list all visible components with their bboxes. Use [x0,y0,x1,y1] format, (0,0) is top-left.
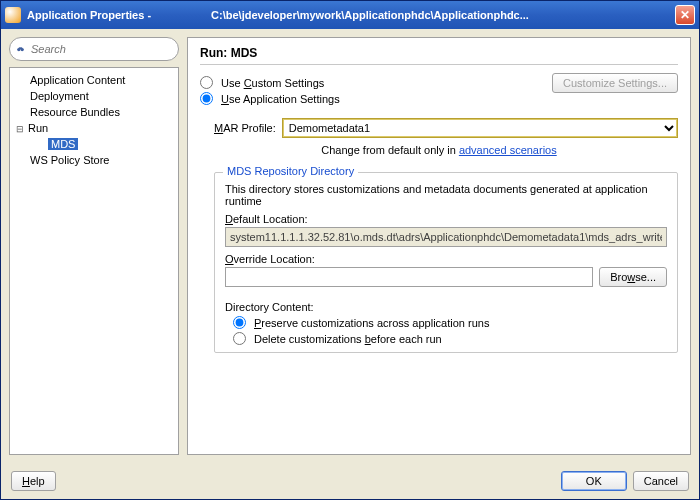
radio-use-custom[interactable]: Use Custom Settings [200,76,340,89]
dialog-body: Application Content Deployment Resource … [1,29,699,463]
dialog-window: Application Properties - C:\be\jdevelope… [0,0,700,500]
mar-profile-select[interactable]: Demometadata1 [282,118,678,138]
mar-profile-label: MAR Profile: [214,122,276,134]
page-title: Run: MDS [200,46,678,65]
tree-item-mds[interactable]: MDS [12,136,176,152]
radio-delete-input[interactable] [233,332,246,345]
customize-settings-button: Customize Settings... [552,73,678,93]
mar-hint-text: Change from default only in [321,144,459,156]
settings-radio-group: Use Custom Settings Use Application Sett… [200,73,340,108]
override-row: Browse... [225,267,667,287]
default-location-field [225,227,667,247]
svg-rect-2 [19,47,22,49]
radio-preserve-input[interactable] [233,316,246,329]
search-field[interactable] [9,37,179,61]
mar-hint: Change from default only in advanced sce… [200,144,678,156]
mds-repo-group: MDS Repository Directory This directory … [214,172,678,353]
titlebar: Application Properties - C:\be\jdevelope… [1,1,699,29]
mds-repo-desc: This directory stores customizations and… [225,183,667,207]
radio-use-custom-label: Use Custom Settings [221,77,324,89]
radio-preserve[interactable]: Preserve customizations across applicati… [233,316,667,329]
mar-profile-row: MAR Profile: Demometadata1 [214,118,678,138]
dialog-footer: Help OK Cancel [1,463,699,499]
override-location-field[interactable] [225,267,593,287]
browse-button[interactable]: Browse... [599,267,667,287]
override-location-label: Override Location: [225,253,667,265]
binoculars-icon [16,42,25,56]
radio-use-application[interactable]: Use Application Settings [200,92,340,105]
cancel-button[interactable]: Cancel [633,471,689,491]
radio-use-custom-input[interactable] [200,76,213,89]
window-title: Application Properties - [27,9,151,21]
sidebar: Application Content Deployment Resource … [9,37,179,455]
tree-item-application-content[interactable]: Application Content [12,72,176,88]
nav-tree: Application Content Deployment Resource … [9,67,179,455]
advanced-scenarios-link[interactable]: advanced scenarios [459,144,557,156]
radio-use-application-label: Use Application Settings [221,93,340,105]
tree-item-run[interactable]: Run [12,120,176,136]
directory-content-label: Directory Content: [225,301,667,313]
tree-item-ws-policy-store[interactable]: WS Policy Store [12,152,176,168]
settings-top-row: Use Custom Settings Use Application Sett… [200,73,678,108]
main-panel: Run: MDS Use Custom Settings Use Applica… [187,37,691,455]
ok-button[interactable]: OK [561,471,627,491]
tree-item-resource-bundles[interactable]: Resource Bundles [12,104,176,120]
default-location-label: Default Location: [225,213,667,225]
window-title-path: C:\be\jdeveloper\mywork\Applicationphdc\… [211,9,675,21]
radio-use-application-input[interactable] [200,92,213,105]
radio-preserve-label: Preserve customizations across applicati… [254,317,489,329]
mds-repo-group-title: MDS Repository Directory [223,165,358,177]
radio-delete[interactable]: Delete customizations before each run [233,332,667,345]
mar-profile-combo[interactable]: Demometadata1 [282,118,678,138]
search-input[interactable] [29,42,172,56]
close-icon[interactable]: ✕ [675,5,695,25]
radio-delete-label: Delete customizations before each run [254,333,442,345]
help-button[interactable]: Help [11,471,56,491]
tree-item-deployment[interactable]: Deployment [12,88,176,104]
app-icon [5,7,21,23]
